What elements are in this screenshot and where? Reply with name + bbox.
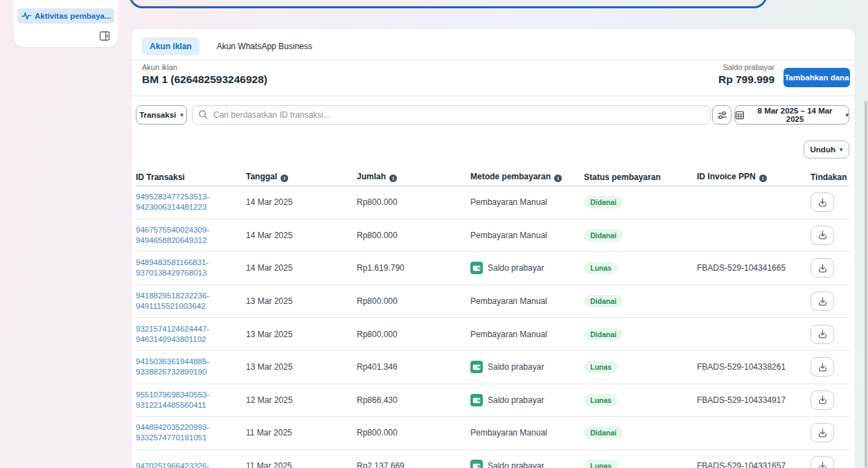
account-type-label: Akun iklan (142, 63, 267, 71)
transaction-id-link[interactable]: 9489483581166831- (136, 258, 239, 268)
transaction-id-link[interactable]: 9448942035220993- (136, 422, 239, 433)
prepaid-balance-icon (470, 262, 483, 274)
transaction-date: 14 Mar 2025 (246, 263, 357, 273)
download-icon (817, 428, 828, 438)
transaction-id-link[interactable]: 9423006314481223 (136, 202, 239, 213)
payment-method-cell: Saldo prabayar (470, 262, 584, 274)
transaction-id-cell: 9551079698340553-9312214485560411 (136, 390, 246, 411)
account-name: BM 1 (626482593246928) (142, 73, 267, 86)
transaction-id-link[interactable]: 9415036361944885- (136, 357, 239, 367)
column-header-label: Tanggal (246, 172, 277, 181)
payment-activity-panel: Akun iklan Akun WhatsApp Business Akun i… (132, 29, 855, 468)
download-report-button[interactable]: Unduh ▾ (804, 141, 849, 159)
collapse-sidebar-button[interactable] (98, 30, 111, 42)
payment-status-cell: Lunas (584, 394, 697, 406)
transaction-id-link[interactable]: 9470251966423326- (136, 461, 239, 468)
transaction-id-cell: 9448942035220993-9332574770191051 (136, 422, 246, 443)
search-input[interactable] (192, 105, 711, 125)
sidebar-item-payment-activity[interactable]: Aktivitas pembaya... (17, 8, 114, 24)
table-row: 9321574124624447-946314094380110213 Mar … (136, 318, 849, 351)
column-settings-button[interactable] (712, 105, 732, 125)
payment-status-cell: Didanai (584, 196, 697, 208)
transaction-id-link[interactable]: 9467575540024309- (136, 225, 239, 235)
download-icon (817, 329, 828, 339)
download-icon (817, 263, 828, 273)
transaction-id-cell: 9418829518232236-9491115521003642 (136, 291, 246, 312)
info-icon[interactable]: i (554, 174, 562, 182)
transaction-type-label: Transaksi (139, 111, 176, 119)
transaction-id-link[interactable]: 9491115521003642 (136, 301, 239, 312)
transaction-id-link[interactable]: 9332574770191051 (136, 433, 239, 443)
status-badge: Lunas (584, 262, 618, 274)
billing-activity-page: Aktivitas pembaya... Akun iklan Akun Wha… (0, 0, 868, 468)
column-header-label: Status pembayaran (584, 172, 661, 182)
transaction-type-dropdown[interactable]: Transaksi ▾ (136, 105, 187, 125)
balance-amount: Rp 799.999 (718, 73, 774, 86)
date-range-label: 8 Mar 2025 – 14 Mar 2025 (749, 107, 842, 123)
column-header-tanggal: Tanggali (246, 172, 357, 182)
vertical-scrollbar[interactable] (865, 101, 867, 468)
payment-method-label: Saldo prabayar (488, 461, 544, 468)
add-funds-button[interactable]: Tambahkan dana (783, 68, 850, 87)
status-badge: Didanai (584, 196, 623, 208)
transaction-id-link[interactable]: 9418829518232236- (136, 291, 239, 301)
payment-method-cell: Pembayaran Manual (470, 330, 584, 339)
info-icon[interactable]: i (281, 174, 288, 182)
payment-method-cell: Pembayaran Manual (470, 296, 584, 306)
sliders-icon (717, 110, 727, 120)
table-row: 9495283477253513-942300631448122314 Mar … (136, 186, 849, 219)
calendar-icon (735, 110, 745, 120)
transaction-date: 14 Mar 2025 (246, 197, 357, 207)
vat-invoice-id: FBADS-529-104334917 (697, 395, 811, 405)
transaction-id-link[interactable]: 9338826732899190 (136, 367, 239, 377)
payment-method-label: Pembayaran Manual (470, 197, 547, 207)
date-range-picker[interactable]: 8 Mar 2025 – 14 Mar 2025 ▾ (734, 105, 849, 125)
transaction-date: 13 Mar 2025 (246, 296, 357, 306)
transaction-id-cell: 9489483581166831-9370138429768013 (136, 258, 246, 278)
column-header-label: Jumlah (357, 172, 386, 181)
payment-method-label: Pembayaran Manual (470, 330, 547, 339)
transaction-id-cell: 9415036361944885-9338826732899190 (136, 357, 246, 377)
transaction-id-link[interactable]: 9494658820649312 (136, 235, 239, 246)
status-badge: Didanai (584, 229, 623, 242)
tab-ad-account[interactable]: Akun iklan (142, 37, 200, 55)
action-cell (811, 325, 849, 344)
status-badge: Didanai (584, 426, 623, 439)
payment-status-cell: Didanai (584, 426, 697, 439)
download-report-label: Unduh (811, 145, 835, 154)
download-invoice-button[interactable] (811, 423, 834, 442)
download-invoice-button[interactable] (811, 258, 834, 278)
download-invoice-button[interactable] (811, 456, 834, 468)
table-row: 9467575540024309-949465882064931214 Mar … (136, 219, 849, 253)
transaction-id-link[interactable]: 9551079698340553- (136, 390, 239, 400)
collapse-sidebar-icon (99, 30, 110, 42)
transaction-id-link[interactable]: 9370138429768013 (136, 268, 239, 278)
column-header-label: Metode pembayaran (470, 172, 551, 181)
tab-whatsapp-business-account[interactable]: Akun WhatsApp Business (209, 37, 320, 55)
account-type-tabs: Akun iklan Akun WhatsApp Business (142, 37, 320, 55)
activity-pulse-icon (21, 11, 31, 21)
prepaid-balance: Saldo prabayar Rp 799.999 (718, 63, 774, 86)
transaction-amount: Rp866.430 (357, 395, 470, 405)
payment-status-cell: Didanai (584, 229, 697, 242)
info-icon[interactable]: i (389, 174, 397, 182)
download-invoice-button[interactable] (811, 390, 834, 410)
payment-status-cell: Didanai (584, 295, 697, 307)
transaction-id-link[interactable]: 9463140943801102 (136, 334, 239, 345)
column-header-label: Tindakan (811, 172, 847, 182)
action-cell (811, 390, 849, 410)
table-row: 9551079698340553-931221448556041112 Mar … (136, 384, 849, 417)
download-invoice-button[interactable] (811, 192, 834, 212)
info-icon[interactable]: i (759, 174, 767, 182)
status-badge: Didanai (584, 295, 623, 307)
payment-method-label: Saldo prabayar (488, 362, 544, 372)
transaction-id-link[interactable]: 9312214485560411 (136, 400, 239, 411)
transaction-id-link[interactable]: 9321574124624447- (136, 324, 239, 334)
transaction-amount: Rp800.000 (357, 330, 470, 339)
download-invoice-button[interactable] (811, 325, 834, 344)
download-invoice-button[interactable] (811, 226, 834, 245)
download-invoice-button[interactable] (811, 357, 834, 377)
transaction-id-link[interactable]: 9495283477253513- (136, 192, 239, 202)
download-invoice-button[interactable] (811, 291, 834, 311)
transaction-date: 13 Mar 2025 (246, 330, 357, 339)
